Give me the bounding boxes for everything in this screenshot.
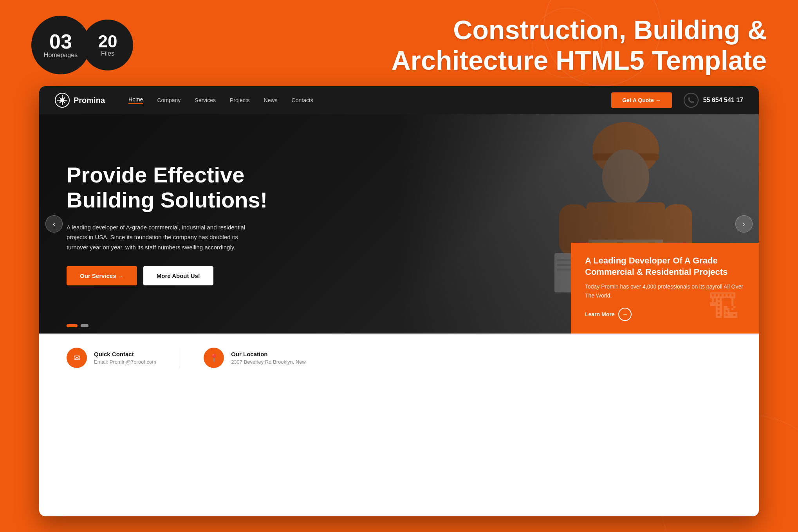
top-section: 03 Homepages 20 Files Construction, Buil…: [0, 0, 798, 90]
hero-services-button[interactable]: Our Services →: [67, 266, 137, 285]
nav-contacts[interactable]: Contacts: [292, 97, 313, 103]
hero-heading-line1: Provide Effective: [67, 162, 244, 187]
nav-services[interactable]: Services: [195, 97, 216, 103]
svg-text:🏗: 🏗: [708, 290, 739, 325]
main-title-line2: Architecture HTML5 Template: [392, 45, 767, 75]
nav-links: Home Company Services Projects News Cont…: [128, 96, 611, 104]
carousel-dots: [67, 324, 88, 327]
svg-point-1: [60, 98, 64, 102]
badge-number-20: 20: [98, 33, 117, 50]
contact-item-location: 📍 Our Location 2307 Beverley Rd Brooklyn…: [204, 348, 329, 368]
carousel-dot-1[interactable]: [67, 324, 78, 327]
logo-area: Promina: [55, 93, 105, 108]
badges-container: 03 Homepages 20 Files: [31, 16, 133, 74]
learn-more-label: Learn More: [585, 311, 614, 317]
nav-news[interactable]: News: [264, 97, 278, 103]
main-title: Construction, Building & Architecture HT…: [392, 14, 767, 76]
logo-text: Promina: [74, 96, 105, 105]
contact-info-location: Our Location 2307 Beverley Rd Brooklyn, …: [231, 351, 306, 365]
nav-projects[interactable]: Projects: [230, 97, 250, 103]
contact-item-email: ✉ Quick Contact Email: Promin@7oroof.com: [67, 348, 180, 368]
services-overlay-text: Our Services: [78, 414, 305, 453]
phone-area: 📞 55 654 541 17: [684, 93, 743, 108]
contact-label-location: Our Location: [231, 351, 306, 357]
phone-number: 55 654 541 17: [703, 97, 743, 104]
contact-value-email: Email: Promin@7oroof.com: [94, 359, 156, 365]
contact-info-email: Quick Contact Email: Promin@7oroof.com: [94, 351, 156, 365]
learn-more-arrow: →: [618, 308, 632, 321]
badge-homepages: 03 Homepages: [31, 16, 90, 74]
hero-buttons: Our Services → More About Us!: [67, 266, 267, 285]
badge-label-homepages: Homepages: [44, 52, 78, 59]
main-title-line1: Construction, Building &: [453, 15, 767, 45]
phone-icon-circle: 📞: [684, 93, 699, 108]
carousel-next-button[interactable]: ›: [735, 215, 753, 233]
hero-section: Provide Effective Building Solutions! A …: [39, 114, 759, 334]
services-overlay: Our Services: [78, 413, 305, 454]
email-icon: ✉: [74, 353, 80, 362]
hero-heading: Provide Effective Building Solutions!: [67, 162, 267, 213]
badge-number-03: 03: [49, 31, 72, 52]
hero-about-button[interactable]: More About Us!: [143, 266, 213, 285]
email-icon-circle: ✉: [67, 348, 87, 368]
location-icon: 📍: [209, 353, 219, 362]
bottom-bar: ✉ Quick Contact Email: Promin@7oroof.com…: [39, 334, 759, 381]
main-title-area: Construction, Building & Architecture HT…: [392, 14, 767, 76]
logo-icon: [55, 93, 70, 108]
get-quote-button[interactable]: Get A Quote →: [611, 92, 672, 108]
info-box-title: A Leading Developer Of A Grade Commercia…: [585, 255, 745, 278]
hero-description: A leading developer of A-grade commercia…: [67, 222, 255, 252]
info-box-decoration: 🏗: [704, 283, 751, 330]
contact-label-email: Quick Contact: [94, 351, 156, 357]
info-box: 🏗 A Leading Developer Of A Grade Commerc…: [571, 243, 759, 334]
carousel-prev-button[interactable]: ‹: [45, 215, 63, 233]
nav-home[interactable]: Home: [128, 96, 143, 104]
carousel-dot-2[interactable]: [81, 324, 88, 327]
badge-label-files: Files: [101, 50, 114, 57]
contact-value-location: 2307 Beverley Rd Brooklyn, New: [231, 359, 306, 365]
hero-left-content: Provide Effective Building Solutions! A …: [67, 162, 267, 285]
navbar: Promina Home Company Services Projects N…: [39, 86, 759, 114]
location-icon-circle: 📍: [204, 348, 224, 368]
nav-company[interactable]: Company: [157, 97, 181, 103]
phone-icon: 📞: [688, 97, 694, 103]
hero-heading-line2: Building Solutions!: [67, 188, 267, 212]
